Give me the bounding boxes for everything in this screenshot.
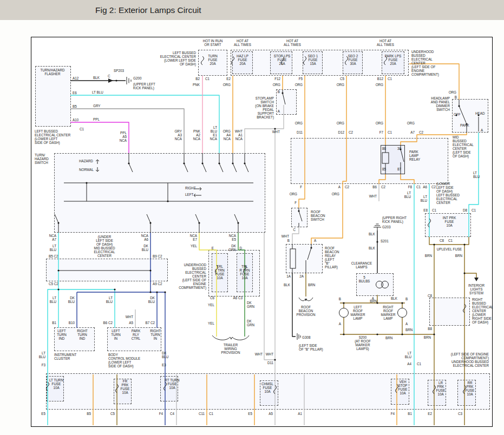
wire-color: ORG xyxy=(223,83,231,87)
pin: C1 xyxy=(416,185,421,189)
diagram-label: BLK xyxy=(284,283,290,287)
pin: C8 xyxy=(428,294,432,298)
diagram-label: HEAD xyxy=(475,111,485,115)
pin: C xyxy=(293,228,296,232)
diagram-label: WHT xyxy=(272,130,280,134)
pin: 30 xyxy=(397,147,401,150)
pin: A xyxy=(338,185,341,189)
pin: B5 C2 xyxy=(49,254,58,258)
wire-color: GRY xyxy=(93,104,101,108)
pin: B5 xyxy=(87,412,91,416)
pin: B5 xyxy=(73,104,77,108)
diagram-label: GRY A3 NCA xyxy=(174,129,182,141)
diagram-label: LT BLU xyxy=(50,244,56,252)
wire-color: PPL xyxy=(93,117,100,121)
location-note: (UPPER LEFT KICK PANEL) xyxy=(133,82,155,90)
fuse-label: SEO 1 FUSE 15A xyxy=(308,54,318,65)
relay-coil xyxy=(382,153,389,163)
diagram-label: LT BLU xyxy=(405,351,411,359)
diagram-label: LEFT TURN IND xyxy=(57,329,67,340)
wire-color: ORG xyxy=(376,83,383,87)
pin: B7 C2 xyxy=(145,321,155,325)
dimmer-switch-blade xyxy=(459,100,479,133)
location-note: (UPPER RIGHT KICK PANEL) xyxy=(382,216,407,223)
fuse-label: FR PRK FUSE 10A xyxy=(121,379,130,394)
switch-contact-blades xyxy=(55,183,238,233)
splice-label: S201 xyxy=(381,239,389,243)
diagram-label: DK BLU xyxy=(162,351,168,359)
pin: A xyxy=(481,128,483,132)
diagram-label: BRN xyxy=(455,254,462,258)
stoplamp-switch-blade xyxy=(283,90,285,104)
diagram-label: LEFT ROOF MARKER LAMP xyxy=(351,305,365,320)
diagram-label: RIGHT TURN IND xyxy=(77,329,88,340)
diagram-label: LT BLU xyxy=(39,351,45,359)
fuse-label: LR PRK FUSE 10A xyxy=(436,381,446,396)
diagram-label: ORG xyxy=(295,121,303,125)
component-label: TURN/ HAZARD SWITCH xyxy=(35,153,49,164)
pin: C5 C2 xyxy=(49,282,58,286)
diagram-label: WHT xyxy=(126,315,133,319)
diagram-label: WHT xyxy=(282,234,289,238)
pin: A9 C2 xyxy=(153,282,162,286)
diagram-label: ORG xyxy=(376,121,383,125)
wire-color: ORG xyxy=(449,90,456,94)
pin: F12 xyxy=(274,77,280,81)
diagram-label: NCA E7 xyxy=(190,234,197,241)
hazard-normal-arrows xyxy=(96,160,99,172)
fuse-label: CHMSL FUSE 10A xyxy=(261,382,273,393)
pin: B12 xyxy=(377,77,383,81)
relay-contact xyxy=(292,244,311,273)
pin: B10 xyxy=(69,321,75,325)
location-note: (UNDER LEFT SIDE OF DASH) MID BUSSED ELE… xyxy=(94,235,115,258)
fuse-label: RT TURN FUSE 10A xyxy=(165,378,179,390)
wire-color: LT BLU xyxy=(473,171,480,179)
diagram-label: LEFT TURN IN xyxy=(111,329,121,340)
diagram-label: DK BLU xyxy=(148,296,155,304)
wires-lt-blu xyxy=(48,95,479,425)
pin: B xyxy=(455,95,457,99)
splice-label: SP203 xyxy=(114,69,124,72)
diagram-label: LT BLU xyxy=(106,296,113,304)
pin: B xyxy=(405,297,408,301)
fuse-label: VEH STOP FUSE 10A xyxy=(398,380,407,395)
diagram-label: BRN xyxy=(405,328,413,332)
ground-symbol-g203 xyxy=(374,224,381,230)
beacon-provision-bracket xyxy=(299,298,313,301)
location-note: LEFT BUSSED ELECTRICAL CENTER (LOWER LEF… xyxy=(160,51,196,66)
pin: C1 xyxy=(417,362,421,366)
component-label: HEADLAMP AND PANEL DIMMER SWITCH xyxy=(431,96,450,111)
wire-color: ORG xyxy=(273,83,280,87)
pin: C1 xyxy=(388,77,392,81)
component-label: CLEARANCE LAMPS xyxy=(351,261,372,269)
pin: A xyxy=(278,109,280,113)
wires-brn xyxy=(117,237,476,425)
diagram-label: NCA E5 xyxy=(229,234,236,241)
wires-org xyxy=(93,64,467,425)
fuse-symbols-top xyxy=(201,56,387,65)
fuse-label: PARK LPS FUSE 20A xyxy=(385,54,401,65)
diagram-label: DK GRN xyxy=(247,301,254,308)
diagram-label: PPL A5 NCA xyxy=(120,131,127,142)
pin: 85 xyxy=(382,167,386,171)
diagram-label: DK BLU xyxy=(142,244,148,252)
inline-connector-arrow xyxy=(108,78,113,83)
pin: E5 xyxy=(41,412,45,416)
diagram-label: LT BLU xyxy=(404,191,411,199)
pin: A1 xyxy=(298,412,302,416)
ground-label: G203 xyxy=(382,225,390,229)
pin: B6 xyxy=(372,185,377,189)
pin: B2 xyxy=(195,77,200,81)
pin: B1 xyxy=(52,321,56,325)
pin: C2 xyxy=(431,185,436,189)
component-label: ROOF BEACON SWITCH xyxy=(311,210,325,221)
component-label: ROOF BEACON PROVISION xyxy=(297,305,316,317)
pin: F7 xyxy=(379,130,383,134)
pin: C3 xyxy=(458,412,462,416)
diagram-label: DK GRN xyxy=(228,244,236,252)
fuse-label: INT PRK FUSE 10A xyxy=(443,216,456,227)
power-condition: HOT AT ALL TIMES xyxy=(377,39,394,47)
diagram-label: YEL xyxy=(208,321,214,325)
pin: 2A xyxy=(299,274,304,278)
fuse-label: LT TURN FUSE 10A xyxy=(49,378,63,390)
